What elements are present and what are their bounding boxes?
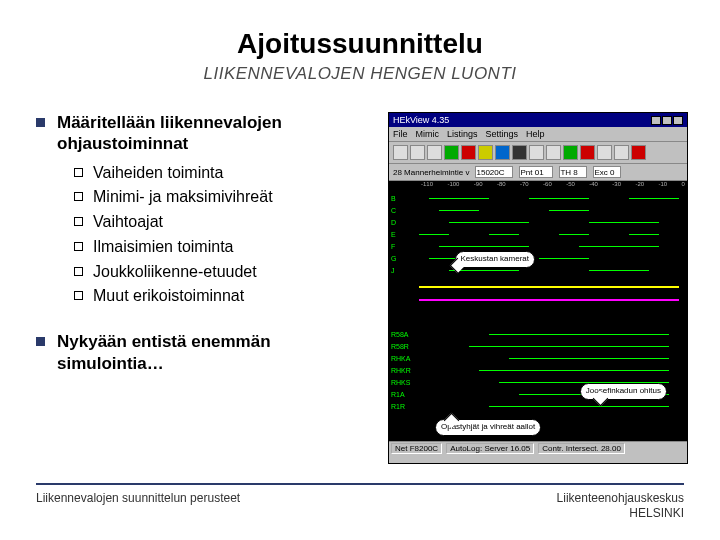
app-window: HEkView 4.35 File Mimic Listings Setting… [388, 112, 688, 464]
menu-item[interactable]: File [393, 129, 408, 139]
app-titlebar: HEkView 4.35 [389, 113, 687, 127]
square-bullet-icon [36, 118, 45, 127]
app-inputs-row: 28 Mannerheimintie v [389, 164, 687, 181]
toolbar-button[interactable] [563, 145, 578, 160]
footer-right-line2: HELSINKI [629, 506, 684, 520]
toolbar-button[interactable] [546, 145, 561, 160]
ruler-tick: -10 [658, 181, 667, 191]
bullet-1: Määritellään liikennevalojen ohjaustoimi… [36, 112, 376, 309]
footer-right-line1: Liikenteenohjauskeskus [557, 491, 684, 505]
app-toolbar [389, 142, 687, 164]
toolbar-button[interactable] [597, 145, 612, 160]
app-title-text: HEkView 4.35 [393, 115, 449, 125]
sub-list-1: Vaiheiden toiminta Minimi- ja maksimivih… [36, 161, 376, 310]
row-label: G [391, 255, 396, 262]
field-input[interactable] [475, 166, 513, 178]
ruler-tick: -50 [566, 181, 575, 191]
row-label: D [391, 219, 396, 226]
callout-2: Joosefinkadun ohitus [580, 383, 667, 400]
field-input[interactable] [593, 166, 621, 178]
menu-item[interactable]: Listings [447, 129, 478, 139]
toolbar-button[interactable] [393, 145, 408, 160]
ruler-tick: 0 [682, 181, 685, 191]
sub-item-label: Ilmaisimien toiminta [93, 235, 233, 260]
row-label: C [391, 207, 396, 214]
toolbar-button[interactable] [461, 145, 476, 160]
toolbar-button[interactable] [512, 145, 527, 160]
sub-item: Vaiheiden toiminta [74, 161, 376, 186]
sub-item: Vaihtoajat [74, 210, 376, 235]
ruler-tick: -60 [543, 181, 552, 191]
status-cell: Contr. Intersect. 28.00 [538, 443, 625, 454]
ruler-tick: -20 [635, 181, 644, 191]
ruler-tick: -100 [447, 181, 459, 191]
circle-bullet-icon [74, 291, 83, 300]
sub-item-label: Joukkoliikenne-etuudet [93, 260, 257, 285]
field-label: 28 Mannerheimintie v [393, 168, 469, 177]
sub-item: Muut erikoistoiminnat [74, 284, 376, 309]
footer-divider [36, 483, 684, 485]
square-bullet-icon [36, 337, 45, 346]
bullet-text: Nykyään entistä enemmän simulointia… [57, 331, 376, 374]
row-label: R58R [391, 343, 409, 350]
row-label: RHKS [391, 379, 410, 386]
menu-item[interactable]: Mimic [416, 129, 440, 139]
callout-3: Opastyhjät ja vihreät aallot [435, 419, 541, 436]
toolbar-button[interactable] [410, 145, 425, 160]
circle-bullet-icon [74, 267, 83, 276]
ruler-tick: -90 [474, 181, 483, 191]
ruler-tick: -110 [421, 181, 433, 191]
footer-left: Liikennevalojen suunnittelun perusteet [36, 491, 240, 520]
slide-footer: Liikennevalojen suunnittelun perusteet L… [36, 483, 684, 520]
ruler-tick: -30 [612, 181, 621, 191]
row-label: R58A [391, 331, 409, 338]
toolbar-button[interactable] [529, 145, 544, 160]
row-label: E [391, 231, 396, 238]
row-label: R1A [391, 391, 405, 398]
app-statusbar: Net F8200C AutoLog: Server 16.05 Contr. … [389, 441, 687, 455]
status-cell: Net F8200C [391, 443, 442, 454]
circle-bullet-icon [74, 192, 83, 201]
callout-1: Keskustan kamerat [455, 251, 535, 268]
slide-title: Ajoitussuunnittelu [36, 28, 684, 60]
sub-item-label: Minimi- ja maksimivihreät [93, 185, 273, 210]
sub-item-label: Muut erikoistoiminnat [93, 284, 244, 309]
field-input[interactable] [519, 166, 553, 178]
sub-item-label: Vaiheiden toiminta [93, 161, 223, 186]
toolbar-button[interactable] [580, 145, 595, 160]
circle-bullet-icon [74, 168, 83, 177]
row-label: RHKR [391, 367, 411, 374]
toolbar-button[interactable] [444, 145, 459, 160]
bullet-2: Nykyään entistä enemmän simulointia… [36, 331, 376, 374]
menu-item[interactable]: Help [526, 129, 545, 139]
bullet-column: Määritellään liikennevalojen ohjaustoimi… [36, 112, 376, 464]
row-label: RHKA [391, 355, 410, 362]
toolbar-button[interactable] [614, 145, 629, 160]
chart-ruler: -110 -100 -90 -80 -70 -60 -50 -40 -30 -2… [419, 181, 687, 191]
row-label: F [391, 243, 395, 250]
toolbar-button[interactable] [478, 145, 493, 160]
slide-subtitle: LIIKENNEVALOJEN HENGEN LUONTI [36, 64, 684, 84]
screenshot-column: HEkView 4.35 File Mimic Listings Setting… [388, 112, 688, 464]
ruler-tick: -80 [497, 181, 506, 191]
status-cell: AutoLog: Server 16.05 [446, 443, 534, 454]
sub-item: Ilmaisimien toiminta [74, 235, 376, 260]
bullet-text: Määritellään liikennevalojen ohjaustoimi… [57, 112, 376, 155]
menu-item[interactable]: Settings [486, 129, 519, 139]
toolbar-button[interactable] [631, 145, 646, 160]
row-label: R1R [391, 403, 405, 410]
field-input[interactable] [559, 166, 587, 178]
footer-right: Liikenteenohjauskeskus HELSINKI [557, 491, 684, 520]
window-buttons [651, 116, 683, 125]
ruler-tick: -40 [589, 181, 598, 191]
app-menubar: File Mimic Listings Settings Help [389, 127, 687, 142]
row-label: J [391, 267, 395, 274]
sub-item: Minimi- ja maksimivihreät [74, 185, 376, 210]
sub-item: Joukkoliikenne-etuudet [74, 260, 376, 285]
row-label: B [391, 195, 396, 202]
timing-chart: -110 -100 -90 -80 -70 -60 -50 -40 -30 -2… [389, 181, 687, 441]
toolbar-button[interactable] [427, 145, 442, 160]
toolbar-button[interactable] [495, 145, 510, 160]
ruler-tick: -70 [520, 181, 529, 191]
circle-bullet-icon [74, 217, 83, 226]
